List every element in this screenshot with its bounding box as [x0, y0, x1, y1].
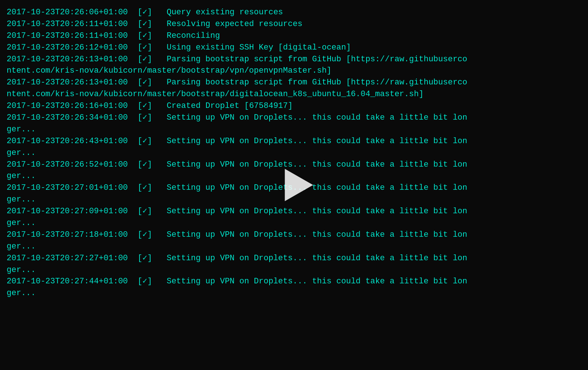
terminal-line: 2017-10-23T20:26:11+01:00 [✓] Reconcilin…	[7, 30, 588, 42]
terminal-line: 2017-10-23T20:26:12+01:00 [✓] Using exis…	[7, 42, 588, 54]
terminal-line: 2017-10-23T20:26:13+01:00 [✓] Parsing bo…	[7, 54, 588, 77]
terminal-line: 2017-10-23T20:26:43+01:00 [✓] Setting up…	[7, 135, 588, 159]
terminal-line: 2017-10-23T20:26:16+01:00 [✓] Created Dr…	[7, 100, 588, 112]
terminal-line: 2017-10-23T20:26:34+01:00 [✓] Setting up…	[7, 112, 588, 135]
terminal-line: 2017-10-23T20:26:13+01:00 [✓] Parsing bo…	[7, 77, 588, 100]
play-icon	[277, 165, 317, 205]
terminal-line: 2017-10-23T20:26:06+01:00 [✓] Query exis…	[7, 7, 588, 18]
terminal-line: 2017-10-23T20:27:27+01:00 [✓] Setting up…	[7, 253, 588, 276]
terminal-line: 2017-10-23T20:27:18+01:00 [✓] Setting up…	[7, 229, 588, 253]
terminal-line: 2017-10-23T20:26:11+01:00 [✓] Resolving …	[7, 18, 588, 30]
terminal-line: 2017-10-23T20:27:44+01:00 [✓] Setting up…	[7, 276, 588, 299]
play-button[interactable]	[272, 163, 316, 207]
terminal-line: 2017-10-23T20:27:09+01:00 [✓] Setting up…	[7, 206, 588, 229]
